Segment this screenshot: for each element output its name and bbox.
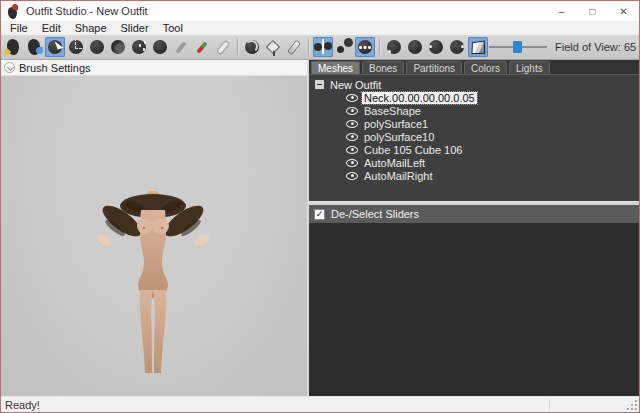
main-content: Brush Settings	[1, 60, 639, 396]
visibility-eye-icon[interactable]	[346, 94, 358, 102]
tab-partitions[interactable]: Partitions	[406, 61, 462, 74]
window-title: Outfit Studio - New Outfit	[26, 5, 148, 17]
brush-settings-label: Brush Settings	[19, 62, 91, 74]
tab-lights[interactable]: Lights	[509, 61, 550, 74]
meshes-tree: New Outfit Neck.00.00.00.00.0.05 BaseSha…	[309, 75, 639, 201]
viewport-3d[interactable]	[1, 76, 307, 396]
menu-shape[interactable]: Shape	[68, 22, 114, 34]
visibility-eye-icon[interactable]	[346, 107, 358, 115]
tab-meshes[interactable]: Meshes	[311, 61, 360, 74]
maximize-button[interactable]: □	[577, 1, 608, 21]
collapse-expander-icon[interactable]	[315, 80, 324, 89]
mask-brush-icon[interactable]	[66, 37, 86, 57]
menu-tool[interactable]: Tool	[156, 22, 190, 34]
collapse-chevron-icon[interactable]	[4, 62, 15, 73]
statusbar-divider	[549, 399, 550, 410]
visibility-eye-icon[interactable]	[346, 133, 358, 141]
statusbar: Ready!	[1, 396, 639, 412]
deselect-sliders-checkbox[interactable]: ✓	[314, 209, 325, 220]
tree-item-automailright[interactable]: AutoMailRight	[309, 169, 639, 182]
tree-item-neck[interactable]: Neck.00.00.00.00.0.05	[309, 91, 639, 104]
visibility-eye-icon[interactable]	[346, 146, 358, 154]
visibility-eye-icon[interactable]	[346, 172, 358, 180]
light-directional1-toggle-icon[interactable]	[426, 37, 446, 57]
minimize-button[interactable]: –	[546, 1, 577, 21]
toolbar-separator	[234, 37, 241, 57]
tree-root-label: New Outfit	[330, 79, 381, 91]
toolbar: Field of View: 65	[1, 35, 639, 60]
move-brush-icon[interactable]	[129, 37, 149, 57]
light-directional2-toggle-icon[interactable]	[447, 37, 467, 57]
close-button[interactable]: ✕	[608, 1, 639, 21]
load-project-icon[interactable]	[3, 37, 23, 57]
tab-bones[interactable]: Bones	[362, 61, 404, 74]
weight-brush-icon[interactable]	[171, 37, 191, 57]
transform-tool-icon[interactable]	[242, 37, 262, 57]
titlebar: Outfit Studio - New Outfit –□✕	[1, 1, 639, 21]
outfit-studio-window: Outfit Studio - New Outfit –□✕ FileEditS…	[0, 0, 640, 413]
tree-item-polysurface10[interactable]: polySurface10	[309, 130, 639, 143]
right-pane: MeshesBonesPartitionsColorsLights New Ou…	[309, 60, 639, 396]
panel-tabs: MeshesBonesPartitionsColorsLights	[309, 60, 639, 75]
sliders-list-panel	[309, 223, 639, 396]
visibility-eye-icon[interactable]	[346, 120, 358, 128]
deselect-sliders-label: De-/Select Sliders	[331, 208, 419, 220]
x-mirror-toggle-icon[interactable]	[313, 37, 333, 57]
menubar: FileEditShapeSliderTool	[1, 21, 639, 35]
smooth-brush-icon[interactable]	[150, 37, 170, 57]
inflate-brush-icon[interactable]	[87, 37, 107, 57]
deselect-sliders-header: ✓ De-/Select Sliders	[309, 205, 639, 223]
tree-root-new-outfit[interactable]: New Outfit	[309, 78, 639, 91]
pin-vertex-icon[interactable]	[263, 37, 283, 57]
field-of-view-control: Field of View: 65	[489, 40, 640, 54]
tree-item-polysurface1[interactable]: polySurface1	[309, 117, 639, 130]
field-of-view-label: Field of View: 65	[555, 41, 636, 53]
light-frontal-toggle-icon[interactable]	[384, 37, 404, 57]
toolbar-separator	[305, 37, 312, 57]
model-render	[93, 186, 213, 386]
menu-edit[interactable]: Edit	[35, 22, 68, 34]
resize-grip[interactable]	[628, 401, 637, 410]
tree-item-baseshape[interactable]: BaseShape	[309, 104, 639, 117]
app-logo-icon	[7, 4, 19, 19]
menu-file[interactable]: File	[3, 22, 35, 34]
alpha-brush-icon[interactable]	[213, 37, 233, 57]
status-text: Ready!	[5, 399, 40, 411]
select-brush-icon[interactable]	[45, 37, 65, 57]
perspective-toggle-icon[interactable]	[468, 37, 488, 57]
connected-only-toggle-icon[interactable]	[334, 37, 354, 57]
toolbar-separator	[376, 37, 383, 57]
load-reference-icon[interactable]	[24, 37, 44, 57]
light-directional0-toggle-icon[interactable]	[405, 37, 425, 57]
visibility-eye-icon[interactable]	[346, 159, 358, 167]
window-controls: –□✕	[546, 1, 639, 21]
edit-vertex-icon[interactable]	[284, 37, 304, 57]
tree-item-cube105-106[interactable]: Cube 105 Cube 106	[309, 143, 639, 156]
tree-item-automailleft[interactable]: AutoMailLeft	[309, 156, 639, 169]
brush-settings-header[interactable]: Brush Settings	[1, 60, 307, 76]
brush-collision-toggle-icon[interactable]	[355, 37, 375, 57]
slider-thumb[interactable]	[513, 41, 522, 53]
deflate-brush-icon[interactable]	[108, 37, 128, 57]
left-pane: Brush Settings	[1, 60, 309, 396]
field-of-view-slider[interactable]	[489, 40, 547, 54]
tab-colors[interactable]: Colors	[464, 61, 507, 74]
menu-slider[interactable]: Slider	[114, 22, 156, 34]
color-brush-icon[interactable]	[192, 37, 212, 57]
